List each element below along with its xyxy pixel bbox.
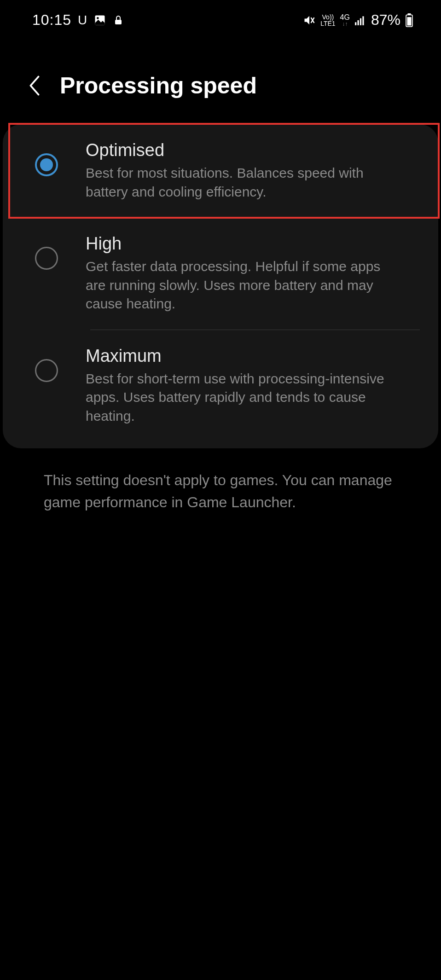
- option-description: Best for short-term use with processing-…: [86, 370, 404, 426]
- status-bar-right: Vo)) LTE1 4G ↓↑ 87%: [303, 12, 413, 29]
- svg-rect-5: [355, 22, 356, 25]
- option-optimised[interactable]: Optimised Best for most situations. Bala…: [3, 124, 438, 217]
- svg-rect-7: [360, 18, 361, 25]
- status-bar-left: 10:15 U: [32, 12, 124, 29]
- option-content: High Get faster data processing. Helpful…: [86, 234, 404, 313]
- radio-unselected-icon: [35, 359, 58, 382]
- option-content: Optimised Best for most situations. Bala…: [86, 140, 404, 201]
- option-maximum[interactable]: Maximum Best for short-term use with pro…: [3, 330, 438, 449]
- svg-rect-11: [407, 17, 411, 25]
- option-description: Best for most situations. Balances speed…: [86, 164, 404, 201]
- gallery-icon: [93, 14, 106, 27]
- option-high[interactable]: High Get faster data processing. Helpful…: [3, 218, 438, 330]
- svg-point-1: [97, 17, 99, 19]
- page-header: Processing speed: [0, 38, 441, 124]
- option-title: High: [86, 234, 404, 254]
- back-button[interactable]: [28, 74, 41, 97]
- radio-unselected-icon: [35, 247, 58, 270]
- status-time: 10:15: [32, 12, 71, 29]
- option-description: Get faster data processing. Helpful if s…: [86, 257, 404, 313]
- svg-rect-8: [362, 16, 364, 25]
- signal-icon: [354, 15, 366, 25]
- option-title: Optimised: [86, 140, 404, 160]
- page-title: Processing speed: [60, 72, 257, 99]
- svg-rect-6: [357, 20, 359, 25]
- status-bar: 10:15 U Vo)) LTE1 4G ↓↑ 87%: [0, 0, 441, 38]
- battery-icon: [405, 13, 413, 27]
- radio-selected-icon: [35, 153, 58, 176]
- footer-note: This setting doesn't apply to games. You…: [0, 448, 441, 534]
- app-indicator-icon: U: [78, 13, 87, 28]
- volte-icon: Vo)) LTE1: [320, 14, 335, 27]
- option-title: Maximum: [86, 346, 404, 366]
- option-content: Maximum Best for short-term use with pro…: [86, 346, 404, 426]
- lock-icon: [113, 14, 124, 27]
- mute-icon: [303, 14, 316, 27]
- network-indicator: 4G ↓↑: [340, 14, 350, 27]
- battery-percent: 87%: [371, 12, 400, 29]
- svg-rect-2: [115, 20, 122, 24]
- options-card: Optimised Best for most situations. Bala…: [3, 124, 438, 448]
